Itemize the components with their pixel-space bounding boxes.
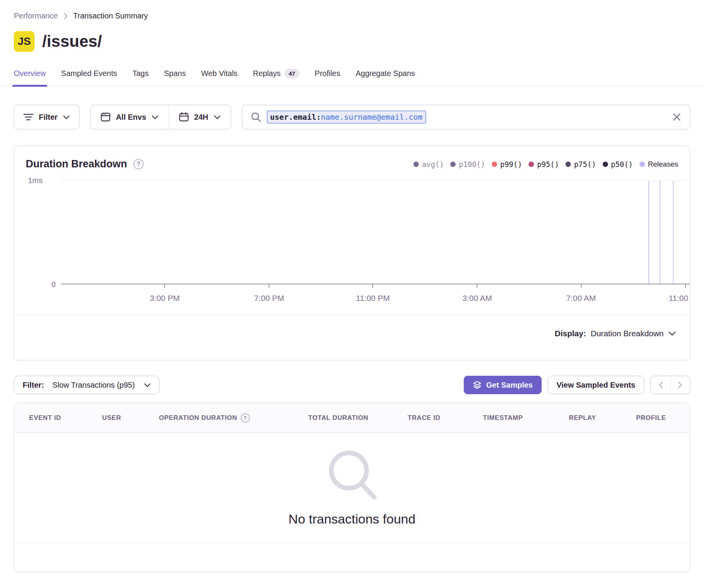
legend-item-avg[interactable]: avg() xyxy=(413,160,444,168)
duration-chart: 1ms 0 xyxy=(14,180,690,284)
breadcrumb-current: Transaction Summary xyxy=(73,12,148,20)
chart-title: Duration Breakdown xyxy=(26,158,127,170)
chevron-down-icon xyxy=(668,331,676,336)
previous-page-button[interactable] xyxy=(651,376,670,394)
legend-dot xyxy=(529,162,534,167)
column-user: USER xyxy=(102,414,159,422)
release-marker-line[interactable] xyxy=(648,181,649,284)
filter-lines-icon xyxy=(23,113,33,121)
breadcrumb-chevron-icon xyxy=(63,12,68,20)
x-axis-label: 11:00 PM xyxy=(356,294,390,303)
legend-item-p99[interactable]: p99() xyxy=(492,160,522,168)
tab-web-vitals[interactable]: Web Vitals xyxy=(201,69,238,86)
tab-bar: Overview Sampled Events Tags Spans Web V… xyxy=(0,69,704,86)
x-axis-label: 3:00 AM xyxy=(463,294,492,303)
legend-item-p75[interactable]: p75() xyxy=(565,160,596,168)
duration-breakdown-panel: Duration Breakdown ? avg() p100() p99() … xyxy=(14,145,690,360)
next-page-button[interactable] xyxy=(670,376,690,394)
chevron-down-icon xyxy=(152,115,159,119)
replays-count-badge: 47 xyxy=(284,69,299,78)
x-axis-labels: 3:00 PM 7:00 PM 11:00 PM 3:00 AM 7:00 AM… xyxy=(61,284,690,315)
legend-dot xyxy=(492,162,497,167)
tab-profiles[interactable]: Profiles xyxy=(315,69,340,86)
empty-state: No transactions found xyxy=(14,433,690,543)
column-total-duration: TOTAL DURATION xyxy=(308,414,408,422)
gridline xyxy=(61,180,690,181)
legend-dot xyxy=(450,162,456,167)
divider xyxy=(14,543,690,543)
help-icon[interactable]: ? xyxy=(133,159,144,169)
chevron-down-icon xyxy=(214,115,221,119)
tab-overview[interactable]: Overview xyxy=(14,69,46,86)
x-axis-label: 3:00 PM xyxy=(150,294,180,303)
samples-toolbar: Filter: Slow Transactions (p95) Get Samp… xyxy=(14,376,690,394)
help-icon[interactable]: ? xyxy=(241,413,250,423)
legend-dot xyxy=(565,162,571,167)
breadcrumb-performance-link[interactable]: Performance xyxy=(14,12,58,20)
filter-button[interactable]: Filter xyxy=(14,105,79,129)
release-marker-line[interactable] xyxy=(659,181,660,284)
tab-tags[interactable]: Tags xyxy=(132,69,149,86)
transactions-table: EVENT ID USER OPERATION DURATION ? TOTAL… xyxy=(14,403,690,572)
legend-dot xyxy=(413,162,419,167)
empty-search-icon xyxy=(321,447,383,506)
empty-state-text: No transactions found xyxy=(289,512,416,527)
column-trace-id: TRACE ID xyxy=(408,414,483,422)
env-time-group: All Envs 24H xyxy=(90,105,231,129)
tab-aggregate-spans[interactable]: Aggregate Spans xyxy=(356,69,415,86)
legend-item-p95[interactable]: p95() xyxy=(529,160,559,168)
platform-js-badge: JS xyxy=(14,31,35,52)
calendar-icon xyxy=(179,112,189,122)
search-input[interactable]: user.email: name.surname@email.com xyxy=(242,105,690,129)
column-timestamp: TIMESTAMP xyxy=(483,414,569,422)
window-icon xyxy=(101,112,111,122)
column-event-id: EVENT ID xyxy=(29,414,102,422)
page-header: JS /issues/ xyxy=(0,31,704,52)
tab-replays[interactable]: Replays 47 xyxy=(253,69,299,86)
transaction-filter-dropdown[interactable]: Filter: Slow Transactions (p95) xyxy=(14,376,160,394)
legend-item-p100[interactable]: p100() xyxy=(450,160,485,168)
column-profile: PROFILE xyxy=(636,414,690,422)
x-axis-label: 7:00 PM xyxy=(254,294,284,303)
x-axis-label: 11:00 AM xyxy=(669,294,690,303)
breadcrumb: Performance Transaction Summary xyxy=(0,12,704,20)
column-operation-duration: OPERATION DURATION ? xyxy=(159,413,308,423)
time-range-selector[interactable]: 24H xyxy=(169,105,231,129)
search-icon xyxy=(251,112,261,122)
display-selector[interactable]: Display: Duration Breakdown xyxy=(14,315,690,352)
chevron-down-icon xyxy=(144,383,151,387)
layers-icon xyxy=(473,380,482,390)
x-axis-label: 7:00 AM xyxy=(566,294,596,303)
y-axis-max-label: 1ms xyxy=(28,176,43,185)
y-axis-min-label: 0 xyxy=(51,280,56,289)
search-filter-token[interactable]: user.email: name.surname@email.com xyxy=(267,111,426,124)
tab-spans[interactable]: Spans xyxy=(164,69,186,86)
tab-sampled-events[interactable]: Sampled Events xyxy=(61,69,117,86)
legend-item-releases[interactable]: Releases xyxy=(640,160,678,168)
table-header-row: EVENT ID USER OPERATION DURATION ? TOTAL… xyxy=(14,403,690,433)
chart-plot-area xyxy=(61,180,690,284)
page-title: /issues/ xyxy=(42,32,102,51)
legend-dot xyxy=(640,162,645,167)
release-marker-line[interactable] xyxy=(673,181,674,284)
environment-selector[interactable]: All Envs xyxy=(91,105,169,129)
legend-dot xyxy=(603,162,608,167)
pagination xyxy=(650,376,690,394)
column-replay: REPLAY xyxy=(569,414,636,422)
chart-legend: avg() p100() p99() p95() p75() p50() Rel… xyxy=(413,160,678,168)
clear-search-icon[interactable] xyxy=(672,112,681,122)
get-samples-button[interactable]: Get Samples xyxy=(464,376,542,394)
legend-item-p50[interactable]: p50() xyxy=(603,160,633,168)
view-sampled-events-button[interactable]: View Sampled Events xyxy=(548,376,644,394)
filter-bar: Filter All Envs 24H xyxy=(0,105,704,129)
chevron-down-icon xyxy=(63,115,70,119)
